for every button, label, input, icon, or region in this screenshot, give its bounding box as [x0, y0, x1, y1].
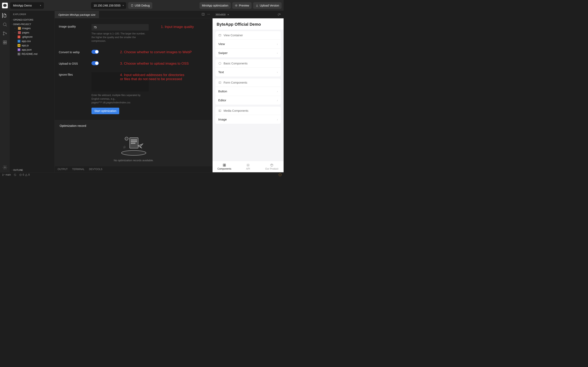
sync-icon — [14, 174, 16, 176]
tab-api[interactable]: API — [236, 161, 260, 172]
title-bar: MiniApp Demo ▾ 10.150.248.159:5555 ▾ USB… — [0, 0, 284, 11]
button-label: Preview — [239, 4, 249, 7]
search-icon[interactable] — [2, 22, 7, 27]
terminal-tab[interactable]: TERMINAL — [72, 168, 85, 171]
file-app-css[interactable]: # app.css — [13, 39, 54, 43]
start-optimization-button[interactable]: Start optimization — [91, 108, 119, 114]
output-tab[interactable]: OUTPUT — [58, 168, 68, 171]
svg-rect-25 — [225, 165, 226, 166]
upload-version-button[interactable]: Upload Version — [253, 2, 282, 9]
svg-rect-15 — [131, 141, 137, 142]
error-count: 0 — [23, 173, 24, 176]
file-app-json[interactable]: ⚙ app.json — [13, 48, 54, 52]
branch-name: main — [6, 173, 11, 176]
extensions-icon[interactable] — [2, 40, 7, 45]
item-label: Swiper — [218, 51, 228, 55]
editor-area: Optimize MiniApp package size ⋯ Image qu… — [55, 11, 213, 172]
miniapp-optimization-button[interactable]: MiniApp optimization — [199, 2, 231, 9]
device-preview-panel: 360x800 ▾ ByteApp Official Demo View Con… — [213, 11, 284, 172]
file-label: app.css — [22, 40, 31, 43]
svg-rect-8 — [3, 43, 5, 44]
problems-status[interactable]: 0 0 — [19, 173, 30, 176]
optimize-tab[interactable]: Optimize MiniApp package size — [55, 11, 99, 18]
folder-label: images — [22, 27, 31, 30]
component-item[interactable]: Editor› — [215, 96, 281, 105]
usb-debug-button[interactable]: USB Debug — [128, 2, 152, 9]
tab-components[interactable]: Components — [213, 161, 236, 172]
svg-point-12 — [121, 150, 146, 155]
component-item[interactable]: Text› — [215, 68, 281, 76]
source-control-icon[interactable] — [2, 31, 7, 36]
webp-toggle[interactable] — [91, 50, 99, 54]
section-label: OPENED EDITORS — [13, 18, 33, 21]
chevron-right-icon: › — [15, 32, 17, 33]
tab-label: Our Product — [265, 167, 278, 170]
settings-gear-icon[interactable] — [2, 165, 7, 170]
alert-icon[interactable]: ! — [279, 173, 282, 176]
image-quality-input[interactable] — [91, 24, 149, 31]
tab-product[interactable]: Our Product — [260, 161, 284, 172]
outline-header[interactable]: › OUTLINE — [10, 168, 54, 172]
opened-editors-header[interactable]: › OPENED EDITORS — [10, 18, 54, 22]
svg-point-17 — [125, 137, 128, 140]
folder-images[interactable]: › images — [13, 26, 54, 30]
devtools-tab[interactable]: DEVTOOLS — [89, 168, 102, 171]
explorer-icon[interactable] — [2, 13, 7, 18]
item-label: View — [218, 42, 225, 46]
file-gitignore[interactable]: ♦ .gitignore — [13, 35, 54, 39]
error-icon — [19, 174, 22, 176]
file-app-js[interactable]: JS app.js — [13, 43, 54, 48]
svg-rect-9 — [5, 43, 7, 44]
chevron-right-icon: › — [277, 99, 278, 102]
git-branch-status[interactable]: main — [2, 173, 11, 176]
component-group: Basic ComponentsText› — [215, 59, 281, 76]
annotation-2: 2. Choose whether to convert images to W… — [120, 49, 208, 54]
oss-toggle[interactable] — [91, 61, 99, 65]
tab-label: API — [246, 167, 250, 170]
file-label: app.json — [22, 48, 32, 51]
section-label: DEMO-PROJECT — [13, 23, 31, 25]
item-label: Text — [218, 70, 224, 74]
annotation-4: 4. Input wildcard addresses for director… — [120, 72, 208, 104]
component-item[interactable]: Image› — [215, 115, 281, 124]
device-selector[interactable]: 10.150.248.159:5555 ▾ — [91, 2, 126, 9]
more-actions-icon[interactable]: ⋯ — [207, 13, 210, 17]
record-title: Optimization record — [60, 124, 208, 127]
svg-rect-6 — [3, 41, 5, 42]
resolution-label[interactable]: 360x800 — [215, 13, 226, 16]
svg-point-4 — [3, 34, 4, 35]
folder-icon — [18, 31, 21, 34]
file-readme[interactable]: M↓ README.md — [13, 52, 54, 56]
component-item[interactable]: Button› — [215, 87, 281, 96]
split-editor-icon[interactable] — [201, 13, 205, 17]
image-quality-label: Image quality — [59, 24, 87, 43]
preview-button[interactable]: Preview — [232, 2, 251, 9]
chevron-right-icon: › — [15, 27, 17, 29]
svg-rect-24 — [223, 165, 224, 166]
oss-label: Upload to OSS — [59, 61, 87, 65]
optimization-record-panel: Optimization record — [55, 120, 213, 172]
sync-status[interactable] — [14, 174, 16, 176]
svg-rect-26 — [247, 164, 249, 166]
chevron-down-icon[interactable]: ▾ — [228, 13, 229, 16]
refresh-icon[interactable] — [277, 13, 281, 16]
chevron-right-icon: › — [277, 90, 278, 93]
folder-label: pages — [22, 31, 29, 34]
component-item[interactable]: Swiper› — [215, 49, 281, 57]
group-label: Form Components — [224, 81, 247, 84]
folder-icon — [18, 27, 21, 30]
svg-rect-16 — [131, 143, 135, 143]
component-group-header: Form Components — [215, 78, 281, 87]
status-bar: main 0 0 ! — [0, 172, 284, 177]
json-icon: ⚙ — [17, 48, 20, 51]
project-selector[interactable]: MiniApp Demo ▾ — [10, 2, 44, 9]
file-label: README.md — [22, 52, 37, 55]
folder-pages[interactable]: › pages — [13, 30, 54, 35]
component-list[interactable]: View ContainerView›Swiper›Basic Componen… — [213, 30, 284, 161]
component-group-header: View Container — [215, 31, 281, 40]
git-icon: ♦ — [17, 35, 20, 38]
component-item[interactable]: View› — [215, 40, 281, 49]
group-label: Media Components — [224, 109, 248, 112]
project-root-header[interactable]: › DEMO-PROJECT — [10, 22, 54, 26]
svg-point-5 — [6, 33, 7, 34]
